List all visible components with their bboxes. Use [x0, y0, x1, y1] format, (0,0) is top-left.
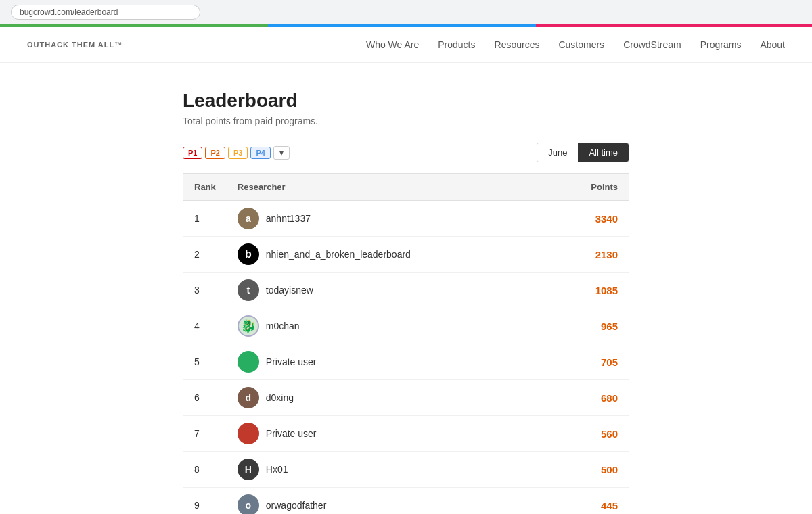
avatar: d: [238, 387, 259, 408]
researcher-cell: dd0xing: [227, 380, 548, 416]
priority-p2-badge[interactable]: P2: [205, 147, 225, 159]
points-cell: 965: [548, 308, 629, 344]
avatar: a: [238, 208, 259, 229]
avatar: b: [238, 243, 259, 265]
priority-filters: P1 P2 P3 P4 ▾: [183, 146, 290, 160]
avatar: o: [238, 494, 259, 514]
browser-url: bugcrowd.com/leaderboard: [11, 5, 200, 20]
nav-crowdstream[interactable]: CrowdStream: [623, 39, 681, 50]
priority-p1-badge[interactable]: P1: [183, 147, 202, 159]
header-researcher: Researcher: [227, 174, 548, 201]
header-rank: Rank: [183, 174, 227, 201]
page-title: Leaderboard: [183, 90, 629, 112]
avatar: [238, 351, 259, 373]
table-row: 1aanhnt13373340: [183, 201, 629, 237]
rank-cell: 2: [183, 237, 227, 273]
main-content: Leaderboard Total points from paid progr…: [169, 63, 643, 514]
nav-customers[interactable]: Customers: [558, 39, 604, 50]
researcher-name[interactable]: Hx01: [266, 464, 288, 475]
table-row: 6dd0xing680: [183, 380, 629, 416]
header-points: Points: [548, 174, 629, 201]
researcher-name[interactable]: orwagodfather: [266, 500, 327, 511]
rank-cell: 3: [183, 273, 227, 308]
points-cell: 445: [548, 488, 629, 515]
researcher-cell: ttodayisnew: [227, 273, 548, 308]
rank-cell: 4: [183, 308, 227, 344]
priority-p4-badge[interactable]: P4: [250, 147, 270, 159]
priority-dropdown[interactable]: ▾: [273, 146, 290, 160]
table-row: 2bnhien_and_a_broken_leaderboard2130: [183, 237, 629, 273]
points-cell: 560: [548, 416, 629, 452]
researcher-name[interactable]: Private user: [266, 356, 317, 367]
researcher-name[interactable]: Private user: [266, 428, 317, 439]
avatar: t: [238, 279, 259, 301]
rank-cell: 9: [183, 488, 227, 515]
avatar: 🐉: [238, 315, 259, 337]
table-row: 3ttodayisnew1085: [183, 273, 629, 308]
researcher-cell: oorwagodfather: [227, 488, 548, 515]
points-cell: 1085: [548, 273, 629, 308]
nav-links: Who We Are Products Resources Customers …: [366, 39, 785, 50]
nav-programs[interactable]: Programs: [700, 39, 742, 50]
researcher-cell: HHx01: [227, 452, 548, 488]
table-row: 5Private user705: [183, 344, 629, 380]
nav-about[interactable]: About: [760, 39, 785, 50]
page-subtitle: Total points from paid programs.: [183, 116, 629, 126]
time-filters: June All time: [537, 143, 629, 162]
leaderboard-table: Rank Researcher Points 1aanhnt133733402b…: [183, 173, 629, 514]
researcher-name[interactable]: anhnt1337: [266, 213, 311, 224]
rank-cell: 1: [183, 201, 227, 237]
points-cell: 705: [548, 344, 629, 380]
priority-p3-badge[interactable]: P3: [228, 147, 248, 159]
rank-cell: 6: [183, 380, 227, 416]
researcher-name[interactable]: todayisnew: [266, 285, 313, 296]
avatar: [238, 423, 259, 444]
table-row: 7Private user560: [183, 416, 629, 452]
points-cell: 3340: [548, 201, 629, 237]
researcher-name[interactable]: d0xing: [266, 392, 294, 403]
table-row: 8HHx01500: [183, 452, 629, 488]
points-cell: 680: [548, 380, 629, 416]
table-header-row: Rank Researcher Points: [183, 174, 629, 201]
researcher-cell: bnhien_and_a_broken_leaderboard: [227, 237, 548, 273]
researcher-name[interactable]: nhien_and_a_broken_leaderboard: [266, 249, 411, 260]
researcher-name[interactable]: m0chan: [266, 321, 300, 331]
researcher-cell: Private user: [227, 344, 548, 380]
nav-brand: OUTHACK THEM ALL™: [27, 41, 122, 49]
points-cell: 2130: [548, 237, 629, 273]
nav-resources[interactable]: Resources: [495, 39, 540, 50]
table-row: 4🐉m0chan965: [183, 308, 629, 344]
researcher-cell: aanhnt1337: [227, 201, 548, 237]
main-nav: OUTHACK THEM ALL™ Who We Are Products Re…: [0, 27, 812, 63]
time-alltime-button[interactable]: All time: [578, 143, 629, 162]
table-row: 9oorwagodfather445: [183, 488, 629, 515]
nav-who-we-are[interactable]: Who We Are: [366, 39, 419, 50]
rank-cell: 5: [183, 344, 227, 380]
avatar: H: [238, 459, 259, 480]
filters-row: P1 P2 P3 P4 ▾ June All time: [183, 143, 629, 162]
rank-cell: 7: [183, 416, 227, 452]
rank-cell: 8: [183, 452, 227, 488]
researcher-cell: 🐉m0chan: [227, 308, 548, 344]
browser-bar: bugcrowd.com/leaderboard: [0, 0, 812, 24]
researcher-cell: Private user: [227, 416, 548, 452]
points-cell: 500: [548, 452, 629, 488]
nav-products[interactable]: Products: [438, 39, 475, 50]
time-june-button[interactable]: June: [537, 143, 578, 162]
